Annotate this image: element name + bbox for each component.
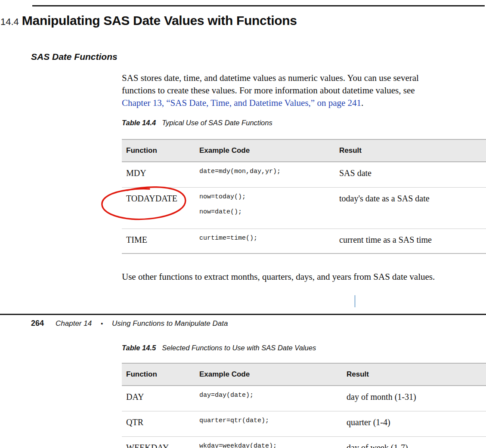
function-cell: MDY	[122, 162, 199, 187]
intro-line-1: SAS stores date, time, and datetime valu…	[122, 72, 462, 84]
function-cell: QTR	[122, 411, 199, 436]
link-suffix: .	[361, 98, 363, 108]
intro-line-3: Chapter 13, “SAS Date, Time, and Datetim…	[122, 97, 462, 109]
table-14-5-caption-label: Table 14.5	[122, 344, 156, 352]
chapter-title: Using Functions to Manipulate Data	[112, 319, 228, 328]
code-line: now=today();	[199, 193, 339, 201]
result-cell: day of week (1-7)	[347, 437, 486, 448]
bullet-separator: •	[101, 320, 103, 327]
code-cell: wkday=weekday(date);	[199, 437, 347, 448]
code-line: date=mdy(mon,day,yr);	[199, 168, 339, 175]
function-cell: TIME	[122, 229, 199, 253]
code-line: now=date();	[199, 208, 339, 216]
subsection-heading: SAS Date Functions	[31, 52, 118, 62]
column-header-example-code: Example Code	[199, 370, 347, 379]
section-top-rule	[32, 5, 485, 6]
table-row-day: DAY day=day(date); day of month (1-31)	[122, 386, 486, 411]
text-cursor	[354, 295, 356, 307]
table-14-4-caption-text: Typical Use of SAS Date Functions	[162, 119, 272, 127]
result-cell: today's date as a SAS date	[339, 188, 486, 229]
code-cell: curtime=time();	[199, 229, 339, 253]
code-line: day=day(date);	[199, 392, 347, 399]
running-header: 264 Chapter 14 • Using Functions to Mani…	[31, 319, 228, 328]
table-14-4-caption-label: Table 14.4	[122, 119, 156, 127]
code-line: curtime=time();	[199, 235, 339, 242]
result-cell: current time as a SAS time	[339, 229, 486, 253]
section-number: 14.4	[0, 16, 19, 28]
code-cell: date=mdy(mon,day,yr);	[199, 162, 339, 187]
result-cell: day of month (1-31)	[347, 386, 486, 411]
column-header-function: Function	[122, 370, 199, 379]
table-14-5-caption-text: Selected Functions to Use with SAS Date …	[162, 344, 316, 352]
table-row-time: TIME curtime=time(); current time as a S…	[122, 229, 486, 254]
intro-paragraph: SAS stores date, time, and datetime valu…	[122, 72, 462, 109]
document-page: 14.4 Manipulating SAS Date Values with F…	[0, 0, 486, 448]
code-cell: quarter=qtr(date);	[199, 411, 347, 436]
table-14-5: Function Example Code Result DAY day=day…	[122, 363, 486, 448]
table-row-todaydate: TODAYDATE now=today(); now=date(); today…	[122, 188, 486, 229]
page-title: Manipulating SAS Date Values with Functi…	[22, 13, 297, 28]
table-row-weekday: WEEKDAY wkday=weekday(date); day of week…	[122, 437, 486, 448]
table-14-4-caption: Table 14.4Typical Use of SAS Date Functi…	[122, 119, 272, 127]
table-14-4: Function Example Code Result MDY date=md…	[122, 139, 486, 254]
function-cell: WEEKDAY	[122, 437, 199, 448]
function-cell: TODAYDATE	[122, 188, 199, 229]
column-header-result: Result	[347, 370, 486, 379]
result-cell: SAS date	[339, 162, 486, 187]
table-14-5-caption: Table 14.5Selected Functions to Use with…	[122, 344, 316, 352]
code-cell: now=today(); now=date();	[199, 188, 339, 229]
result-cell: quarter (1-4)	[347, 411, 486, 436]
chapter-label: Chapter 14	[56, 319, 92, 328]
page-break-rule	[0, 314, 486, 315]
table-row-mdy: MDY date=mdy(mon,day,yr); SAS date	[122, 162, 486, 188]
column-header-function: Function	[122, 146, 199, 155]
table-14-5-header-row: Function Example Code Result	[122, 363, 486, 386]
page-number: 264	[31, 319, 44, 328]
code-line: quarter=qtr(date);	[199, 417, 347, 424]
section-heading: 14.4 Manipulating SAS Date Values with F…	[0, 13, 297, 28]
code-cell: day=day(date);	[199, 386, 347, 411]
chapter-13-link[interactable]: Chapter 13, “SAS Date, Time, and Datetim…	[122, 98, 361, 108]
table-row-qtr: QTR quarter=qtr(date); quarter (1-4)	[122, 411, 486, 437]
note-text: Use other functions to extract months, q…	[122, 272, 435, 282]
function-cell: DAY	[122, 386, 199, 411]
column-header-example-code: Example Code	[199, 146, 339, 155]
code-line: wkday=weekday(date);	[199, 442, 347, 448]
intro-line-2: functions to create these values. For mo…	[122, 84, 462, 97]
table-14-4-header-row: Function Example Code Result	[122, 139, 486, 162]
column-header-result: Result	[339, 146, 486, 155]
